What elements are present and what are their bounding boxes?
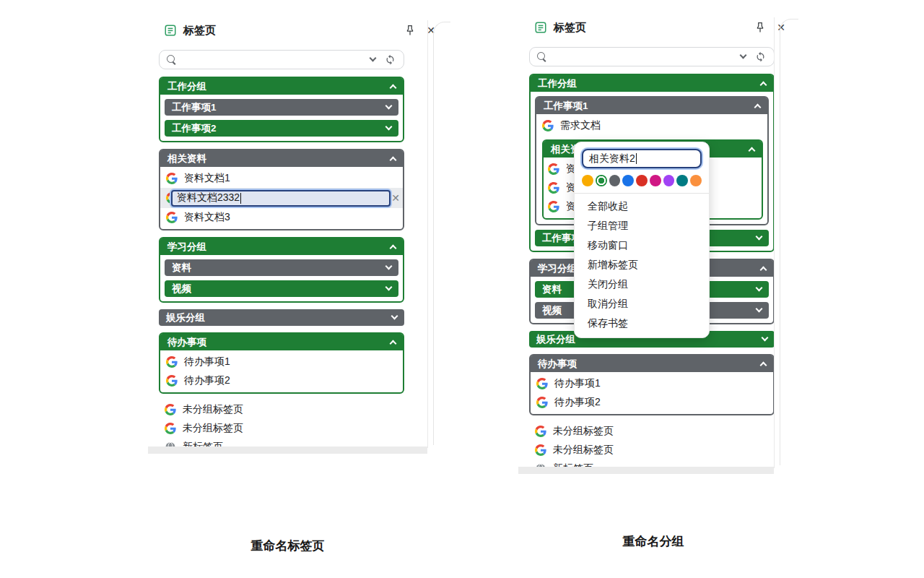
group-bar-fun[interactable]: 娱乐分组	[159, 309, 404, 326]
color-swatch[interactable]	[663, 175, 675, 186]
subgroup-label: 资料	[542, 283, 562, 296]
popup-menu-item[interactable]: 新增标签页	[575, 255, 709, 275]
google-favicon	[535, 426, 546, 437]
subgroup-label: 视频	[172, 282, 191, 296]
google-favicon	[166, 375, 178, 387]
chevron-up-icon	[390, 157, 397, 164]
group-name-input[interactable]: 相关资料2	[582, 149, 702, 168]
group-label: 工作分组	[167, 80, 206, 93]
group-header-todo[interactable]: 待办事项	[160, 334, 403, 350]
search-input[interactable]	[159, 50, 404, 69]
color-swatch[interactable]	[676, 175, 688, 186]
popup-menu-item[interactable]: 子组管理	[575, 216, 709, 236]
google-favicon	[542, 120, 554, 131]
group-header-study[interactable]: 学习分组	[160, 238, 403, 255]
panel-bottom-strip	[148, 447, 427, 454]
group-study: 学习分组 资料 视频	[159, 237, 404, 303]
color-swatch[interactable]	[690, 175, 702, 186]
subgroup-bar-work-item1[interactable]: 工作事项1	[165, 99, 398, 116]
subgroup-bar-ziliao[interactable]: 资料	[165, 259, 398, 276]
chevron-up-icon	[760, 362, 767, 369]
text-caret	[240, 193, 241, 204]
refresh-icon[interactable]	[753, 50, 767, 64]
google-favicon	[536, 397, 548, 408]
group-header-todo[interactable]: 待办事项	[531, 355, 773, 372]
tab-item[interactable]: 需求文档	[536, 116, 767, 135]
subgroup-header[interactable]: 工作事项1	[536, 98, 767, 114]
popup-menu-item[interactable]: 移动窗口	[575, 236, 709, 255]
tab-item-ungrouped[interactable]: 未分组标签页	[159, 419, 404, 438]
group-label: 相关资料	[167, 152, 206, 165]
panel-separator	[427, 20, 428, 448]
group-docs: 相关资料 资料文档1 资料文档2332 ✕ 资料文档3	[159, 149, 404, 230]
popup-menu-item[interactable]: 保存书签	[575, 314, 709, 333]
group-label: 待办事项	[167, 336, 206, 349]
panel-title: 标签页	[183, 24, 216, 38]
tab-title: 需求文档	[560, 119, 601, 132]
tab-item[interactable]: 待办事项1	[160, 353, 403, 371]
popup-menu-item[interactable]: 关闭分组	[575, 275, 709, 294]
group-label: 娱乐分组	[166, 311, 205, 324]
google-favicon	[165, 404, 176, 415]
panel-header: 标签页 ✕	[534, 19, 788, 36]
panel-header: 标签页 ✕	[164, 22, 438, 39]
pin-icon[interactable]	[403, 23, 417, 38]
subgroup-bar-work-item2[interactable]: 工作事项2	[165, 120, 398, 137]
google-favicon	[166, 173, 178, 184]
search-input[interactable]	[529, 47, 775, 66]
popup-menu-item[interactable]: 全部收起	[575, 197, 709, 216]
chevron-up-icon	[760, 267, 767, 274]
chevron-down-icon[interactable]	[740, 52, 747, 59]
group-header-work[interactable]: 工作分组	[160, 78, 403, 95]
subgroup-bar-video[interactable]: 视频	[165, 280, 398, 297]
text-caret	[636, 153, 637, 164]
google-favicon	[548, 201, 559, 212]
chevron-down-icon	[385, 103, 393, 110]
tab-rename-row: 资料文档2332 ✕	[160, 188, 403, 208]
popup-divider	[575, 193, 709, 194]
color-swatch[interactable]	[609, 175, 621, 186]
chevron-down-icon[interactable]	[370, 55, 377, 62]
tab-item[interactable]: 资料文档3	[160, 208, 403, 227]
caption-left: 重命名标签页	[148, 538, 427, 554]
pin-icon[interactable]	[753, 20, 767, 35]
chevron-up-icon	[390, 85, 397, 92]
color-swatch[interactable]	[596, 175, 607, 186]
chevron-down-icon	[391, 313, 398, 320]
search-icon	[167, 55, 176, 64]
color-swatch[interactable]	[582, 175, 593, 186]
tab-item-ungrouped[interactable]: 未分组标签页	[159, 400, 404, 419]
panel-title: 标签页	[554, 21, 586, 35]
google-favicon	[548, 182, 559, 194]
group-header-work[interactable]: 工作分组	[531, 75, 773, 92]
tab-item[interactable]: 待办事项2	[531, 393, 773, 412]
tab-title: 未分组标签页	[183, 403, 243, 416]
group-todo: 待办事项 待办事项1 待办事项2	[159, 332, 404, 394]
group-name-value: 相关资料2	[589, 152, 635, 165]
tab-item-ungrouped[interactable]: 未分组标签页	[529, 422, 775, 441]
tab-item[interactable]: 资料文档1	[160, 169, 403, 188]
color-swatch[interactable]	[636, 175, 648, 186]
tab-item[interactable]: 待办事项1	[531, 374, 773, 393]
tab-title: 资料文档1	[184, 172, 230, 185]
group-rename-popup: 相关资料2 全部收起子组管理移动窗口新增标签页关闭分组取消分组保存书签	[574, 142, 710, 338]
popup-menu-item[interactable]: 取消分组	[575, 294, 709, 314]
tab-title: 待办事项1	[184, 355, 230, 368]
group-label: 待办事项	[538, 358, 577, 371]
color-swatch[interactable]	[622, 175, 634, 186]
refresh-icon[interactable]	[383, 53, 397, 67]
tab-panel-right: 标签页 ✕ 工作分组 工作事项1 需求文档	[518, 12, 801, 474]
tab-rename-input[interactable]: 资料文档2332	[171, 190, 391, 207]
chevron-down-icon	[756, 233, 763, 241]
color-swatch[interactable]	[650, 175, 661, 186]
tab-title: 待办事项2	[184, 374, 230, 387]
subgroup-label: 工作事项2	[172, 122, 217, 135]
app-icon	[164, 24, 177, 37]
tab-item[interactable]: 待办事项2	[160, 371, 403, 390]
panel-separator	[774, 17, 775, 468]
cancel-edit-icon[interactable]: ✕	[391, 192, 401, 204]
tab-item-ungrouped[interactable]: 未分组标签页	[529, 441, 775, 460]
search-icon	[537, 52, 546, 61]
tab-rename-value: 资料文档2332	[177, 191, 240, 204]
group-header-docs[interactable]: 相关资料	[160, 150, 403, 167]
